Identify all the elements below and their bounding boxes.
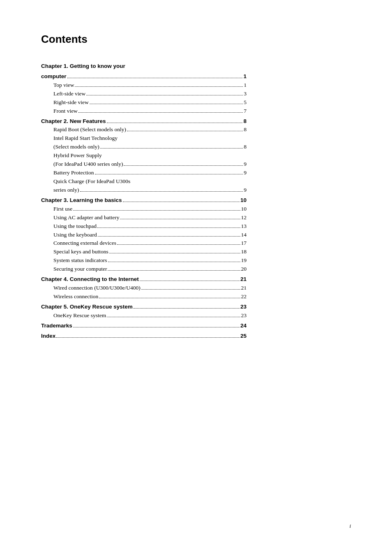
toc-page: 9 <box>244 160 247 169</box>
toc-label: Connecting external devices <box>53 239 116 248</box>
toc-page: 17 <box>241 239 247 248</box>
toc-page: 5 <box>244 98 247 107</box>
toc-page: 13 <box>241 222 247 231</box>
toc-label: (For IdeaPad U400 series only) <box>53 160 123 169</box>
toc-ch2: Chapter 2. New Features 8 <box>41 117 247 126</box>
toc-ch1-line1: Chapter 1. Getting to know your <box>41 62 247 71</box>
toc-ch4-label: Chapter 4. Connecting to the Internet <box>41 275 139 284</box>
toc-dots <box>73 210 240 211</box>
table-of-contents: Chapter 1. Getting to know your computer… <box>41 62 247 341</box>
toc-dots <box>140 281 240 281</box>
toc-page: 12 <box>241 214 247 222</box>
toc-page: 10 <box>241 205 247 214</box>
toc-ch3-label: Chapter 3. Learning the basics <box>41 196 122 205</box>
toc-label: Front view <box>53 107 78 116</box>
list-item: System status indicators 19 <box>41 256 247 265</box>
toc-page: 8 <box>243 117 247 126</box>
toc-label: (Select models only) <box>53 143 99 151</box>
toc-page: 8 <box>244 125 247 134</box>
toc-page: 9 <box>244 186 247 195</box>
toc-label: Using the keyboard <box>53 231 97 239</box>
toc-page: 1 <box>243 72 247 81</box>
toc-ch5: Chapter 5. OneKey Rescue system 23 <box>41 303 247 311</box>
toc-dots <box>78 112 243 113</box>
toc-dots <box>73 327 240 327</box>
toc-dots <box>99 298 240 298</box>
toc-dots <box>134 308 240 309</box>
toc-ch2-label: Chapter 2. New Features <box>41 117 106 126</box>
list-item: Hybrid Power Supply <box>41 151 247 160</box>
toc-label: Special keys and buttons <box>53 248 108 256</box>
toc-trademarks-label: Trademarks <box>41 322 72 330</box>
toc-dots <box>90 104 243 104</box>
toc-dots <box>141 289 240 290</box>
toc-index-label: Index <box>41 332 55 341</box>
toc-page: 25 <box>240 332 247 341</box>
toc-page: 8 <box>244 143 247 151</box>
toc-page: 23 <box>241 311 247 320</box>
toc-ch1-line2: computer 1 <box>41 72 247 81</box>
toc-label: OneKey Rescue system <box>53 311 106 320</box>
toc-dots <box>56 337 240 338</box>
toc-index: Index 25 <box>41 332 247 341</box>
list-item: Right-side view 5 <box>41 98 247 107</box>
toc-label: series only) <box>53 186 79 195</box>
toc-dots <box>108 262 240 262</box>
toc-page: 24 <box>240 322 247 330</box>
toc-page: 22 <box>241 292 247 301</box>
toc-page: 23 <box>240 303 247 311</box>
toc-ch1-label2: computer <box>41 72 67 81</box>
toc-label: Right-side view <box>53 98 89 107</box>
list-item: Using the keyboard 14 <box>41 231 247 239</box>
toc-label: Battery Protection <box>53 169 94 177</box>
toc-dots <box>117 244 240 245</box>
toc-label: Wired connection (U300/U300e/U400) <box>53 284 141 292</box>
toc-ch1-label1: Chapter 1. Getting to know your <box>41 62 125 71</box>
list-item: Connecting external devices 17 <box>41 239 247 248</box>
toc-label: Left-side view <box>53 90 85 98</box>
toc-page: 18 <box>241 248 247 256</box>
list-item: Rapid Boot (Select models only) 8 <box>41 125 247 134</box>
toc-label: Rapid Boot (Select models only) <box>53 125 126 134</box>
list-item: Top view 1 <box>41 81 247 90</box>
list-item: Left-side view 3 <box>41 90 247 98</box>
list-item: Wired connection (U300/U300e/U400) 21 <box>41 284 247 292</box>
toc-label: Using AC adapter and battery <box>53 214 119 222</box>
toc-dots <box>107 317 240 317</box>
toc-page: 20 <box>241 265 247 274</box>
toc-label: Hybrid Power Supply <box>53 151 102 160</box>
list-item: Quick Charge (For IdeaPad U300s <box>41 177 247 186</box>
toc-dots <box>100 148 243 149</box>
toc-dots <box>95 174 243 174</box>
toc-label: System status indicators <box>53 256 107 265</box>
list-item: Special keys and buttons 18 <box>41 248 247 256</box>
toc-dots <box>123 202 240 202</box>
list-item: Securing your computer 20 <box>41 265 247 274</box>
toc-label: Top view <box>53 81 74 90</box>
toc-trademarks: Trademarks 24 <box>41 322 247 330</box>
toc-page: 14 <box>241 231 247 239</box>
toc-dots <box>124 165 243 166</box>
toc-label: Securing your computer <box>53 265 107 274</box>
list-item: (For IdeaPad U400 series only) 9 <box>41 160 247 169</box>
list-item: Battery Protection 9 <box>41 169 247 177</box>
toc-dots <box>80 191 243 192</box>
toc-page: 7 <box>244 107 247 116</box>
toc-page: 19 <box>241 256 247 265</box>
list-item: series only) 9 <box>41 186 247 195</box>
page: Contents Chapter 1. Getting to know your… <box>0 0 392 550</box>
toc-ch4: Chapter 4. Connecting to the Internet 21 <box>41 275 247 284</box>
toc-dots <box>109 253 240 253</box>
list-item: First use 10 <box>41 205 247 214</box>
toc-dots <box>107 123 243 123</box>
toc-label: Quick Charge (For IdeaPad U300s <box>53 177 130 186</box>
toc-dots <box>75 86 243 87</box>
list-item: Using the touchpad 13 <box>41 222 247 231</box>
toc-ch3: Chapter 3. Learning the basics 10 <box>41 196 247 205</box>
list-item: Intel Rapid Start Technology <box>41 134 247 143</box>
toc-page: 21 <box>240 275 247 284</box>
page-number: i <box>349 523 351 529</box>
toc-label: Using the touchpad <box>53 222 97 231</box>
toc-dots <box>127 131 243 131</box>
toc-page: 9 <box>244 169 247 177</box>
